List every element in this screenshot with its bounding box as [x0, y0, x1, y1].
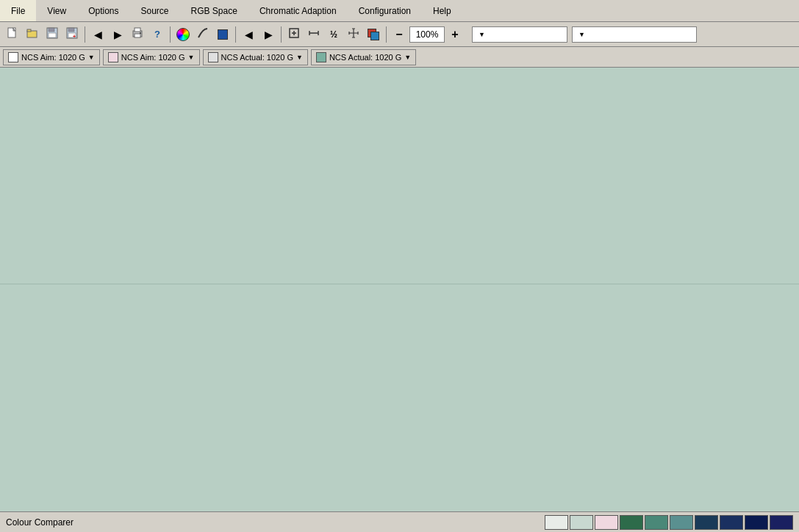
channel-4-arrow-icon: ▼ [404, 54, 411, 61]
save-as-icon: + [66, 27, 78, 41]
sep4 [281, 26, 282, 43]
print-button[interactable] [128, 25, 147, 44]
save-as-button[interactable]: + [62, 25, 82, 44]
zoom-in-button[interactable]: + [445, 25, 465, 44]
menu-configuration[interactable]: Configuration [348, 0, 422, 21]
svg-point-13 [140, 32, 141, 34]
zoom-value-text: 100% [416, 29, 439, 40]
swatch-9[interactable] [745, 515, 768, 530]
channel-2-swatch [108, 52, 118, 62]
back-arrow-icon: ◀ [94, 29, 102, 40]
sep3 [235, 26, 236, 43]
channel-1-swatch [8, 52, 18, 62]
back-button[interactable]: ◀ [88, 25, 107, 44]
swatch-1[interactable] [545, 515, 568, 530]
fit-width-button[interactable] [304, 25, 323, 44]
sep5 [386, 26, 387, 43]
svg-rect-4 [49, 28, 54, 32]
print-icon [132, 27, 143, 41]
channel-bar: NCS Aim: 1020 G ▼ NCS Aim: 1020 G ▼ NCS … [0, 47, 799, 68]
save-button[interactable] [43, 25, 62, 44]
help-icon: ? [154, 29, 160, 40]
channel-2-label: NCS Aim: 1020 G [121, 53, 185, 62]
save-icon [46, 27, 58, 41]
swatch-5[interactable] [645, 515, 668, 530]
dropdown-1-arrow-icon: ▼ [479, 31, 485, 38]
menu-file[interactable]: File [0, 0, 36, 21]
menu-view[interactable]: View [36, 0, 77, 21]
swatch-10[interactable] [770, 515, 793, 530]
channel-1-arrow-icon: ▼ [88, 54, 95, 61]
forward-arrow-icon: ▶ [114, 29, 122, 40]
svg-rect-7 [68, 28, 74, 32]
blue-square-icon [218, 29, 228, 40]
resize-icon [348, 27, 359, 41]
menu-source[interactable]: Source [130, 0, 180, 21]
colorwheel-button[interactable] [173, 25, 193, 44]
svg-rect-2 [27, 29, 31, 32]
status-text: Colour Comparer [6, 517, 74, 528]
menu-options[interactable]: Options [77, 0, 129, 21]
half-button[interactable]: ½ [324, 25, 343, 44]
zoom-in-icon: + [451, 28, 458, 41]
swatch-2[interactable] [570, 515, 593, 530]
blue-square-button[interactable] [213, 25, 232, 44]
svg-text:+: + [73, 34, 76, 39]
new-button[interactable] [3, 25, 22, 44]
next-image-icon: ▶ [265, 29, 273, 40]
channel-btn-4[interactable]: NCS Actual: 1020 G ▼ [311, 49, 416, 65]
channel-2-arrow-icon: ▼ [188, 54, 195, 61]
two-squares-button[interactable] [364, 25, 383, 44]
swatch-6[interactable] [670, 515, 693, 530]
forward-button[interactable]: ▶ [108, 25, 127, 44]
toolbar-dropdown-2[interactable]: ▼ [572, 26, 697, 43]
colorwheel-icon [176, 28, 190, 41]
half-icon: ½ [330, 29, 337, 40]
channel-4-swatch [316, 52, 326, 62]
main-canvas [0, 68, 799, 511]
open-button[interactable] [23, 25, 42, 44]
divider-line [0, 284, 799, 284]
prev-image-icon: ◀ [245, 29, 253, 40]
color-swatches [545, 515, 793, 530]
curve-icon [197, 27, 209, 41]
prev-image-button[interactable]: ◀ [239, 25, 258, 44]
channel-3-label: NCS Actual: 1020 G [221, 53, 293, 62]
status-bar: Colour Comparer [0, 511, 799, 532]
channel-3-swatch [208, 52, 218, 62]
zoom-out-button[interactable]: − [390, 25, 409, 44]
swatch-4[interactable] [620, 515, 643, 530]
curve-button[interactable] [193, 25, 212, 44]
next-image-button[interactable]: ▶ [259, 25, 278, 44]
menu-bar: File View Options Source RGB Space Chrom… [0, 0, 799, 22]
svg-rect-11 [135, 28, 140, 32]
swatch-3[interactable] [595, 515, 618, 530]
fit-button[interactable] [284, 25, 304, 44]
help-button[interactable]: ? [148, 25, 167, 44]
menu-help[interactable]: Help [422, 0, 462, 21]
menu-rgb-space[interactable]: RGB Space [180, 0, 248, 21]
svg-rect-5 [49, 33, 56, 37]
menu-chromatic-adaption[interactable]: Chromatic Adaption [248, 0, 348, 21]
toolbar: + ◀ ▶ ? [0, 22, 799, 47]
new-icon [7, 27, 18, 41]
toolbar-dropdown-1[interactable]: ▼ [472, 26, 567, 43]
sep2 [170, 26, 171, 43]
zoom-value-display: 100% [409, 26, 445, 43]
zoom-out-icon: − [395, 28, 402, 41]
sep1 [85, 26, 85, 43]
two-squares-icon [368, 29, 379, 40]
channel-btn-3[interactable]: NCS Actual: 1020 G ▼ [203, 49, 308, 65]
channel-btn-2[interactable]: NCS Aim: 1020 G ▼ [103, 49, 200, 65]
channel-btn-1[interactable]: NCS Aim: 1020 G ▼ [3, 49, 100, 65]
fit-icon [288, 27, 300, 41]
resize-button[interactable] [344, 25, 363, 44]
dropdown-2-arrow-icon: ▼ [578, 31, 585, 38]
open-icon [26, 27, 38, 41]
svg-rect-12 [135, 34, 140, 37]
channel-3-arrow-icon: ▼ [296, 54, 303, 61]
fit-width-icon [308, 27, 320, 41]
swatch-7[interactable] [695, 515, 718, 530]
swatch-8[interactable] [720, 515, 743, 530]
channel-1-label: NCS Aim: 1020 G [21, 53, 85, 62]
